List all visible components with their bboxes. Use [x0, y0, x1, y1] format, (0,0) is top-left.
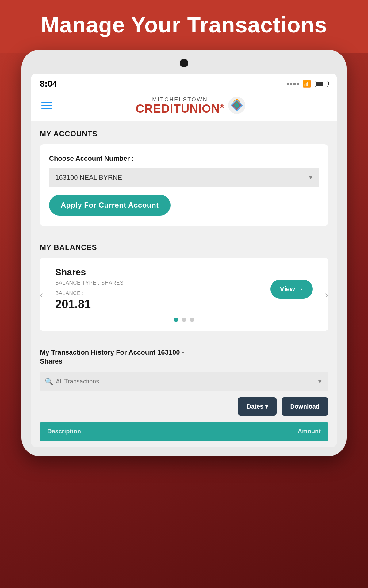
app-content: MY ACCOUNTS Choose Account Number : 1631… — [31, 121, 337, 447]
logo-area: MITCHELSTOWN CREDITUNION® — [53, 96, 328, 115]
balance-info: Shares BALANCE TYPE : SHARES BALANCE : 2… — [55, 267, 270, 311]
search-wrapper: 🔍 ▼ — [40, 372, 328, 391]
logo-text: MITCHELSTOWN CREDITUNION® — [136, 96, 224, 115]
my-accounts-title: MY ACCOUNTS — [40, 130, 328, 138]
view-balance-button[interactable]: View → — [270, 280, 313, 299]
status-icons: 📶 — [287, 80, 328, 88]
menu-button[interactable] — [40, 100, 53, 111]
logo-mitchelstown: MITCHELSTOWN — [136, 96, 224, 103]
accounts-card: Choose Account Number : 163100 NEAL BYRN… — [40, 144, 328, 226]
wifi-icon: 📶 — [303, 80, 311, 88]
transaction-history-section: My Transaction History For Account 16310… — [31, 340, 337, 447]
account-select[interactable]: 163100 NEAL BYRNE — [49, 168, 319, 187]
transaction-buttons: Dates ▾ Download — [40, 397, 328, 416]
balance-card-inner: Shares BALANCE TYPE : SHARES BALANCE : 2… — [55, 267, 313, 311]
carousel-next-button[interactable]: › — [322, 286, 331, 303]
balances-card: ‹ Shares BALANCE TYPE : SHARES BALANCE :… — [40, 258, 328, 331]
my-balances-section: MY BALANCES ‹ Shares BALANCE TYPE : SHAR… — [31, 235, 337, 340]
carousel-prev-button[interactable]: ‹ — [37, 286, 46, 303]
balance-label: BALANCE : — [55, 290, 270, 296]
status-bar: 8:04 📶 — [31, 74, 337, 92]
table-header-bar: Description Amount — [40, 422, 328, 441]
download-button[interactable]: Download — [282, 397, 328, 416]
carousel-dot-1[interactable] — [174, 318, 178, 322]
camera-dot — [180, 59, 188, 67]
table-header-amount: Amount — [297, 428, 321, 435]
app-header: MITCHELSTOWN CREDITUNION® — [31, 92, 337, 121]
apply-current-account-button[interactable]: Apply For Current Account — [49, 195, 171, 216]
choose-account-label: Choose Account Number : — [49, 155, 319, 163]
dates-button[interactable]: Dates ▾ — [238, 397, 277, 416]
signal-icon — [287, 83, 299, 85]
transaction-history-title: My Transaction History For Account 16310… — [40, 348, 328, 366]
carousel-dot-2[interactable] — [182, 318, 186, 322]
status-time: 8:04 — [40, 79, 57, 89]
search-dropdown-arrow[interactable]: ▼ — [317, 378, 323, 385]
my-accounts-section: MY ACCOUNTS Choose Account Number : 1631… — [31, 121, 337, 235]
screen: 8:04 📶 — [31, 74, 337, 447]
balance-type-label: BALANCE TYPE : SHARES — [55, 280, 270, 286]
phone-frame: 8:04 📶 — [21, 50, 347, 456]
account-select-wrapper[interactable]: 163100 NEAL BYRNE — [49, 168, 319, 187]
logo-icon — [228, 96, 246, 115]
my-balances-title: MY BALANCES — [40, 243, 328, 252]
transaction-search-input[interactable] — [40, 372, 328, 391]
balance-amount: 201.81 — [55, 298, 270, 311]
carousel-dot-3[interactable] — [190, 318, 194, 322]
top-banner: Manage Your Transactions — [0, 0, 368, 53]
svg-point-1 — [234, 103, 239, 108]
logo-creditunion: CREDITUNION® — [136, 103, 224, 115]
banner-title: Manage Your Transactions — [6, 12, 362, 37]
table-header-description: Description — [47, 428, 81, 435]
search-icon: 🔍 — [45, 378, 53, 386]
balance-title: Shares — [55, 267, 270, 277]
battery-icon — [315, 81, 328, 87]
carousel-dots — [55, 318, 313, 322]
